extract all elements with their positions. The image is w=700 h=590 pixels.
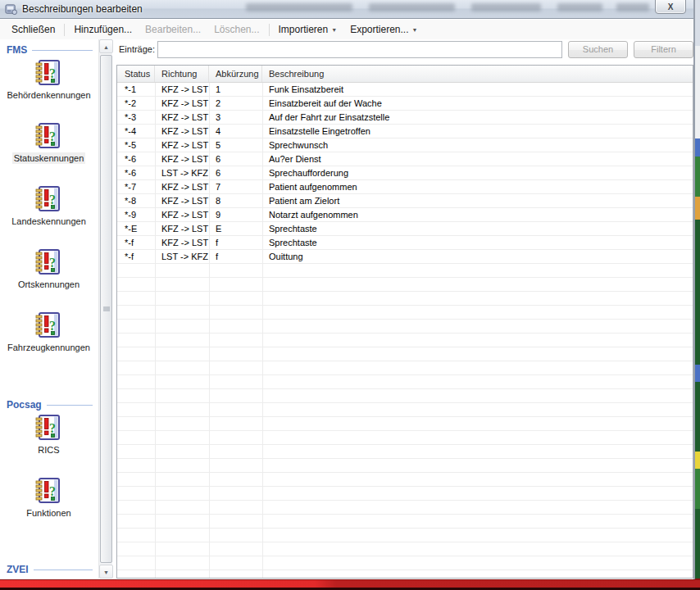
svg-text:?: ? bbox=[49, 129, 56, 143]
sidebar-item-behördenkennungen[interactable]: ?Behördenkennungen bbox=[0, 58, 98, 120]
table-row[interactable]: *-2KFZ -> LST2Einsatzbereit auf der Wach… bbox=[117, 97, 693, 111]
column-header-abkuerzung[interactable]: Abkürzung bbox=[209, 66, 262, 82]
menu-item-bearbeiten[interactable]: Bearbeiten... bbox=[139, 21, 207, 38]
column-header-beschreibung[interactable]: Beschreibung bbox=[262, 66, 693, 82]
background-blur bbox=[369, 3, 455, 11]
table-row[interactable]: *-6KFZ -> LST6Au?er Dienst bbox=[117, 152, 693, 166]
table-cell: 6 bbox=[209, 152, 262, 166]
table-cell: f bbox=[209, 250, 262, 264]
chevron-down-icon: ▼ bbox=[331, 27, 337, 33]
table-body: *-1KFZ -> LST1Funk Einsatzbereit*-2KFZ -… bbox=[117, 83, 693, 578]
window-title: Beschreibungen bearbeiten bbox=[22, 3, 143, 15]
table-row[interactable]: *-4KFZ -> LST4Einsatzstelle Eingetroffen bbox=[117, 125, 693, 138]
sidebar-item-zvei[interactable]: ?ZVEI bbox=[0, 578, 98, 579]
table-cell: Sprechtaste bbox=[262, 236, 693, 250]
background-blur bbox=[616, 3, 649, 11]
menu-item-hinzufuegen[interactable]: Hinzufügen... bbox=[67, 21, 139, 38]
suchen-button[interactable]: Suchen bbox=[568, 41, 628, 58]
table-cell: 2 bbox=[209, 97, 262, 111]
table-cell: 5 bbox=[209, 138, 262, 152]
section-title: ZVEI bbox=[7, 564, 29, 575]
column-header-richtung[interactable]: Richtung bbox=[155, 66, 209, 82]
table-row[interactable]: *-9KFZ -> LST9Notarzt aufgenommen bbox=[117, 208, 693, 222]
svg-text:?: ? bbox=[49, 193, 56, 206]
svg-text:?: ? bbox=[49, 319, 56, 333]
table-cell: KFZ -> LST bbox=[155, 236, 209, 250]
table-cell: *-8 bbox=[117, 194, 155, 208]
sidebar-item-label: Behördenkennungen bbox=[5, 89, 92, 101]
table-cell: *-2 bbox=[117, 97, 155, 111]
table-row[interactable]: *-fLST -> KFZfOuittung bbox=[117, 250, 693, 264]
scrollbar-grip bbox=[103, 306, 110, 312]
column-header-status[interactable]: Status bbox=[117, 66, 155, 82]
section-header-zvei: ZVEI bbox=[7, 563, 93, 576]
table-row[interactable]: *-fKFZ -> LSTfSprechtaste bbox=[117, 236, 693, 250]
table-row[interactable]: *-5KFZ -> LST5Sprechwunsch bbox=[117, 138, 693, 152]
table-cell: LST -> KFZ bbox=[155, 250, 209, 264]
app-icon bbox=[5, 3, 17, 16]
table-cell: Einsatzbereit auf der Wache bbox=[262, 97, 693, 111]
table-cell: Au?er Dienst bbox=[262, 152, 693, 166]
sidebar-item-statuskennungen[interactable]: ?Statuskennungen bbox=[0, 121, 98, 183]
background-blur bbox=[246, 3, 352, 11]
table-cell: *-6 bbox=[117, 166, 155, 180]
section-title: FMS bbox=[7, 44, 27, 56]
kennungen-notebook-icon: ? bbox=[35, 59, 62, 86]
table-cell: KFZ -> LST bbox=[155, 152, 209, 166]
kennungen-notebook-icon: ? bbox=[35, 248, 62, 275]
table-cell: KFZ -> LST bbox=[155, 208, 209, 222]
entries-input[interactable] bbox=[157, 41, 562, 58]
background-red-bar bbox=[0, 579, 700, 590]
table-cell: KFZ -> LST bbox=[155, 83, 209, 97]
table-cell: KFZ -> LST bbox=[155, 111, 209, 125]
section-header-fms: FMS bbox=[7, 43, 93, 57]
close-button[interactable]: X bbox=[655, 0, 686, 14]
table-cell: *-f bbox=[117, 236, 155, 250]
table-cell: KFZ -> LST bbox=[155, 125, 209, 138]
menu-item-loeschen[interactable]: Löschen... bbox=[207, 21, 266, 38]
menu-item-importieren[interactable]: Importieren▼ bbox=[272, 21, 344, 38]
background-window-strip bbox=[694, 0, 700, 579]
scroll-down-button[interactable]: ▼ bbox=[99, 565, 113, 579]
table-row[interactable]: *-1KFZ -> LST1Funk Einsatzbereit bbox=[117, 83, 693, 97]
sidebar-item-fahrzeugkennungen[interactable]: ?Fahrzeugkennungen bbox=[0, 311, 98, 372]
table-row[interactable]: *-8KFZ -> LST8Patient am Zielort bbox=[117, 194, 693, 208]
table-row[interactable]: *-EKFZ -> LSTESprechtaste bbox=[117, 222, 693, 236]
kennungen-notebook-icon: ? bbox=[35, 311, 62, 338]
table-cell: 9 bbox=[209, 208, 262, 222]
sidebar-item-label: Statuskennungen bbox=[12, 152, 86, 164]
table-row[interactable]: *-7KFZ -> LST7Patient aufgenommen bbox=[117, 180, 693, 194]
table-header: Status Richtung Abkürzung Beschreibung bbox=[117, 66, 693, 83]
svg-text:?: ? bbox=[49, 256, 56, 270]
scroll-up-button[interactable]: ▲ bbox=[99, 39, 113, 53]
table-cell: E bbox=[209, 222, 262, 236]
table-row[interactable]: *-3KFZ -> LST3Auf der Fahrt zur Einsatzs… bbox=[117, 111, 693, 125]
table-cell: KFZ -> LST bbox=[155, 222, 209, 236]
filtern-button[interactable]: Filtern bbox=[634, 41, 693, 58]
sidebar-scrollbar[interactable]: ▲ ▼ bbox=[98, 39, 112, 579]
menu-item-schliessen[interactable]: Schließen bbox=[5, 21, 61, 38]
background-blur bbox=[557, 3, 602, 11]
entries-label: Einträge: bbox=[119, 44, 155, 54]
svg-text:?: ? bbox=[49, 421, 56, 435]
table-cell: Sprechaufforderung bbox=[262, 166, 693, 180]
sidebar-item-label: Funktionen bbox=[25, 507, 72, 519]
kennungen-notebook-icon: ? bbox=[35, 122, 62, 149]
titlebar[interactable]: Beschreibungen bearbeiten X bbox=[0, 0, 693, 19]
menu-item-exportieren[interactable]: Exportieren...▼ bbox=[343, 21, 424, 38]
kennungen-notebook-icon: ? bbox=[35, 185, 62, 212]
sidebar-item-ortskennungen[interactable]: ?Ortskennungen bbox=[0, 247, 98, 309]
table-cell: Auf der Fahrt zur Einsatzstelle bbox=[262, 111, 693, 125]
table-cell: 4 bbox=[209, 125, 262, 138]
table-row[interactable]: *-6LST -> KFZ6Sprechaufforderung bbox=[117, 166, 693, 180]
svg-text:?: ? bbox=[49, 66, 56, 80]
scrollbar-thumb[interactable] bbox=[100, 55, 112, 563]
sidebar-item-rics[interactable]: ?RICS bbox=[0, 413, 98, 474]
sidebar-item-landeskennungen[interactable]: ?Landeskennungen bbox=[0, 184, 98, 246]
table-cell: Notarzt aufgenommen bbox=[262, 208, 693, 222]
table-cell: 7 bbox=[209, 180, 262, 194]
table-cell: Sprechwunsch bbox=[262, 138, 693, 152]
table-cell: LST -> KFZ bbox=[155, 166, 209, 180]
sidebar-item-label: Fahrzeugkennungen bbox=[6, 342, 92, 353]
sidebar-item-funktionen[interactable]: ?Funktionen bbox=[0, 476, 98, 538]
